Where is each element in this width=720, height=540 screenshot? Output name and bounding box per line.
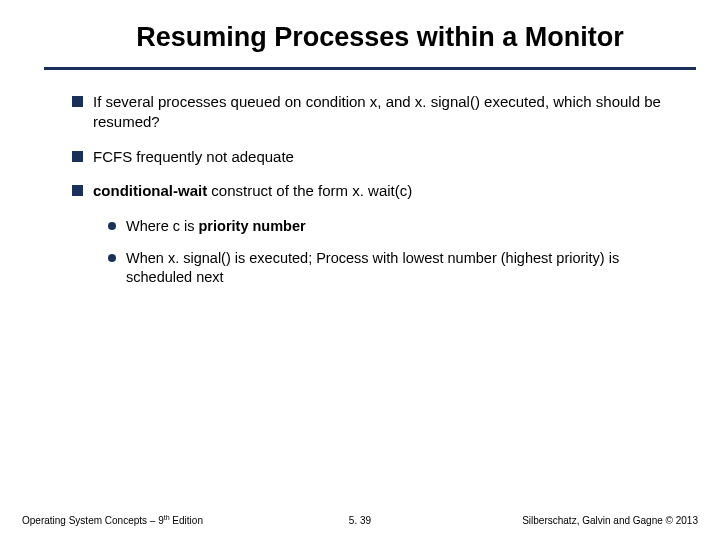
sub-bullet-1: Where c is priority number [108,217,670,237]
footer-left: Operating System Concepts – 9th Edition [22,514,247,526]
sub-2-text: When x. signal() is executed; Process wi… [126,249,670,288]
square-bullet-icon [72,96,83,107]
sub-1-pre: Where c is [126,218,199,234]
bullet-2: FCFS frequently not adequate [72,147,670,167]
bullet-3-rest: construct of the form x. wait(c) [207,182,412,199]
sub-1-text: Where c is priority number [126,217,670,237]
dot-bullet-icon [108,254,116,262]
footer-left-b: Edition [170,515,203,526]
slide: Resuming Processes within a Monitor If s… [0,0,720,540]
bullet-3: conditional-wait construct of the form x… [72,181,670,201]
bullet-1-text: If several processes queued on condition… [93,92,670,133]
bullet-3-bold: conditional-wait [93,182,207,199]
dot-bullet-icon [108,222,116,230]
footer-right: Silberschatz, Galvin and Gagne © 2013 [473,515,698,526]
bullet-1: If several processes queued on condition… [72,92,670,133]
sub-1-bold: priority number [199,218,306,234]
content-area: If several processes queued on condition… [0,70,720,288]
square-bullet-icon [72,185,83,196]
square-bullet-icon [72,151,83,162]
sub-bullet-2: When x. signal() is executed; Process wi… [108,249,670,288]
bullet-2-text: FCFS frequently not adequate [93,147,670,167]
sub-bullets: Where c is priority number When x. signa… [72,215,670,288]
footer-center: 5. 39 [247,515,472,526]
footer: Operating System Concepts – 9th Edition … [0,514,720,526]
slide-title: Resuming Processes within a Monitor [0,0,720,67]
footer-left-a: Operating System Concepts – 9 [22,515,164,526]
bullet-3-text: conditional-wait construct of the form x… [93,181,670,201]
